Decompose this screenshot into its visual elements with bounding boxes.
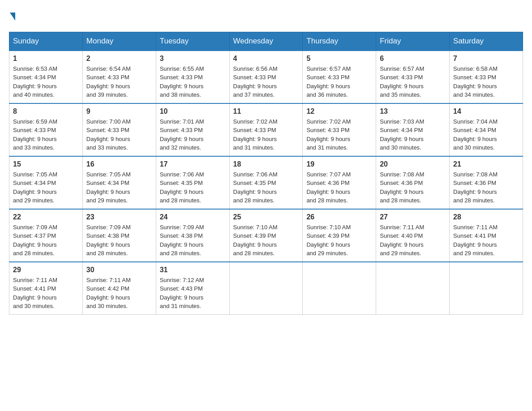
day-number: 17 (160, 160, 226, 168)
calendar-week-3: 15 Sunrise: 7:05 AM Sunset: 4:34 PM Dayl… (9, 156, 523, 209)
day-info: Sunrise: 6:53 AM Sunset: 4:34 PM Dayligh… (13, 64, 79, 99)
day-info: Sunrise: 7:08 AM Sunset: 4:36 PM Dayligh… (453, 170, 519, 205)
calendar-cell: 29 Sunrise: 7:11 AM Sunset: 4:41 PM Dayl… (9, 262, 83, 315)
day-info: Sunrise: 6:56 AM Sunset: 4:33 PM Dayligh… (233, 64, 299, 99)
calendar-cell: 16 Sunrise: 7:05 AM Sunset: 4:34 PM Dayl… (82, 156, 156, 209)
day-number: 24 (160, 213, 226, 221)
day-info: Sunrise: 7:02 AM Sunset: 4:33 PM Dayligh… (233, 117, 299, 152)
calendar-cell: 2 Sunrise: 6:54 AM Sunset: 4:33 PM Dayli… (82, 51, 156, 103)
calendar-cell: 19 Sunrise: 7:07 AM Sunset: 4:36 PM Dayl… (303, 156, 376, 209)
day-number: 28 (453, 213, 519, 221)
calendar-cell: 10 Sunrise: 7:01 AM Sunset: 4:33 PM Dayl… (156, 103, 229, 156)
day-number: 9 (86, 107, 152, 116)
calendar-table: SundayMondayTuesdayWednesdayThursdayFrid… (9, 32, 523, 315)
day-info: Sunrise: 7:06 AM Sunset: 4:35 PM Dayligh… (160, 170, 226, 205)
weekday-thursday: Thursday (303, 32, 376, 51)
day-info: Sunrise: 7:05 AM Sunset: 4:34 PM Dayligh… (13, 170, 79, 205)
calendar-cell: 14 Sunrise: 7:04 AM Sunset: 4:34 PM Dayl… (450, 103, 523, 156)
calendar-cell: 6 Sunrise: 6:57 AM Sunset: 4:33 PM Dayli… (376, 51, 450, 103)
day-number: 13 (380, 107, 446, 116)
calendar-cell: 3 Sunrise: 6:55 AM Sunset: 4:33 PM Dayli… (156, 51, 229, 103)
calendar-cell: 5 Sunrise: 6:57 AM Sunset: 4:33 PM Dayli… (303, 51, 376, 103)
day-number: 5 (306, 55, 372, 63)
calendar-cell: 9 Sunrise: 7:00 AM Sunset: 4:33 PM Dayli… (82, 103, 156, 156)
calendar-week-2: 8 Sunrise: 6:59 AM Sunset: 4:33 PM Dayli… (9, 103, 523, 156)
day-number: 12 (306, 107, 372, 116)
calendar-cell: 11 Sunrise: 7:02 AM Sunset: 4:33 PM Dayl… (229, 103, 303, 156)
calendar-cell: 15 Sunrise: 7:05 AM Sunset: 4:34 PM Dayl… (9, 156, 83, 209)
day-number: 14 (453, 107, 519, 116)
day-info: Sunrise: 6:55 AM Sunset: 4:33 PM Dayligh… (160, 64, 226, 99)
calendar-cell: 28 Sunrise: 7:11 AM Sunset: 4:41 PM Dayl… (450, 209, 523, 262)
calendar-week-4: 22 Sunrise: 7:09 AM Sunset: 4:37 PM Dayl… (9, 209, 523, 262)
day-number: 18 (233, 160, 299, 168)
calendar-header: SundayMondayTuesdayWednesdayThursdayFrid… (9, 32, 523, 51)
day-number: 29 (13, 266, 79, 274)
day-number: 26 (306, 213, 372, 221)
calendar-cell: 24 Sunrise: 7:09 AM Sunset: 4:38 PM Dayl… (156, 209, 229, 262)
calendar-cell: 23 Sunrise: 7:09 AM Sunset: 4:38 PM Dayl… (82, 209, 156, 262)
day-info: Sunrise: 7:09 AM Sunset: 4:37 PM Dayligh… (13, 223, 79, 258)
day-number: 20 (380, 160, 446, 168)
weekday-friday: Friday (376, 32, 450, 51)
calendar-cell: 26 Sunrise: 7:10 AM Sunset: 4:39 PM Dayl… (303, 209, 376, 262)
calendar-cell: 20 Sunrise: 7:08 AM Sunset: 4:36 PM Dayl… (376, 156, 450, 209)
calendar-cell (450, 262, 523, 315)
calendar-cell: 7 Sunrise: 6:58 AM Sunset: 4:33 PM Dayli… (450, 51, 523, 103)
calendar-cell: 8 Sunrise: 6:59 AM Sunset: 4:33 PM Dayli… (9, 103, 83, 156)
day-number: 8 (13, 107, 79, 116)
day-number: 22 (13, 213, 79, 221)
day-info: Sunrise: 7:01 AM Sunset: 4:33 PM Dayligh… (160, 117, 226, 152)
calendar-cell (303, 262, 376, 315)
calendar-cell: 21 Sunrise: 7:08 AM Sunset: 4:36 PM Dayl… (450, 156, 523, 209)
day-number: 1 (13, 55, 79, 63)
logo-triangle-icon (10, 13, 15, 21)
calendar-cell: 1 Sunrise: 6:53 AM Sunset: 4:34 PM Dayli… (9, 51, 83, 103)
calendar-week-5: 29 Sunrise: 7:11 AM Sunset: 4:41 PM Dayl… (9, 262, 523, 315)
weekday-tuesday: Tuesday (156, 32, 229, 51)
calendar-cell: 13 Sunrise: 7:03 AM Sunset: 4:34 PM Dayl… (376, 103, 450, 156)
day-number: 27 (380, 213, 446, 221)
calendar-cell (376, 262, 450, 315)
weekday-monday: Monday (82, 32, 156, 51)
day-info: Sunrise: 6:54 AM Sunset: 4:33 PM Dayligh… (86, 64, 152, 99)
calendar-cell: 4 Sunrise: 6:56 AM Sunset: 4:33 PM Dayli… (229, 51, 303, 103)
day-number: 21 (453, 160, 519, 168)
day-number: 25 (233, 213, 299, 221)
day-number: 19 (306, 160, 372, 168)
day-number: 15 (13, 160, 79, 168)
calendar-cell: 17 Sunrise: 7:06 AM Sunset: 4:35 PM Dayl… (156, 156, 229, 209)
day-info: Sunrise: 7:05 AM Sunset: 4:34 PM Dayligh… (86, 170, 152, 205)
weekday-sunday: Sunday (9, 32, 83, 51)
day-info: Sunrise: 7:03 AM Sunset: 4:34 PM Dayligh… (380, 117, 446, 152)
weekday-header-row: SundayMondayTuesdayWednesdayThursdayFrid… (9, 32, 523, 51)
calendar-cell: 27 Sunrise: 7:11 AM Sunset: 4:40 PM Dayl… (376, 209, 450, 262)
day-number: 31 (160, 266, 226, 274)
day-number: 7 (453, 55, 519, 63)
weekday-saturday: Saturday (450, 32, 523, 51)
calendar-cell (229, 262, 303, 315)
day-info: Sunrise: 7:00 AM Sunset: 4:33 PM Dayligh… (86, 117, 152, 152)
day-info: Sunrise: 7:10 AM Sunset: 4:39 PM Dayligh… (233, 223, 299, 258)
day-info: Sunrise: 7:08 AM Sunset: 4:36 PM Dayligh… (380, 170, 446, 205)
day-number: 6 (380, 55, 446, 63)
day-number: 2 (86, 55, 152, 63)
day-info: Sunrise: 7:07 AM Sunset: 4:36 PM Dayligh… (306, 170, 372, 205)
day-info: Sunrise: 6:59 AM Sunset: 4:33 PM Dayligh… (13, 117, 79, 152)
calendar-cell: 12 Sunrise: 7:02 AM Sunset: 4:33 PM Dayl… (303, 103, 376, 156)
day-info: Sunrise: 7:12 AM Sunset: 4:43 PM Dayligh… (160, 276, 226, 311)
day-number: 23 (86, 213, 152, 221)
day-info: Sunrise: 7:11 AM Sunset: 4:41 PM Dayligh… (13, 276, 79, 311)
weekday-wednesday: Wednesday (229, 32, 303, 51)
day-number: 4 (233, 55, 299, 63)
day-number: 3 (160, 55, 226, 63)
calendar-cell: 25 Sunrise: 7:10 AM Sunset: 4:39 PM Dayl… (229, 209, 303, 262)
day-info: Sunrise: 7:06 AM Sunset: 4:35 PM Dayligh… (233, 170, 299, 205)
day-info: Sunrise: 7:09 AM Sunset: 4:38 PM Dayligh… (160, 223, 226, 258)
day-info: Sunrise: 6:57 AM Sunset: 4:33 PM Dayligh… (380, 64, 446, 99)
page-header (9, 9, 523, 23)
calendar-week-1: 1 Sunrise: 6:53 AM Sunset: 4:34 PM Dayli… (9, 51, 523, 103)
calendar-cell: 30 Sunrise: 7:11 AM Sunset: 4:42 PM Dayl… (82, 262, 156, 315)
day-number: 10 (160, 107, 226, 116)
calendar-cell: 31 Sunrise: 7:12 AM Sunset: 4:43 PM Dayl… (156, 262, 229, 315)
